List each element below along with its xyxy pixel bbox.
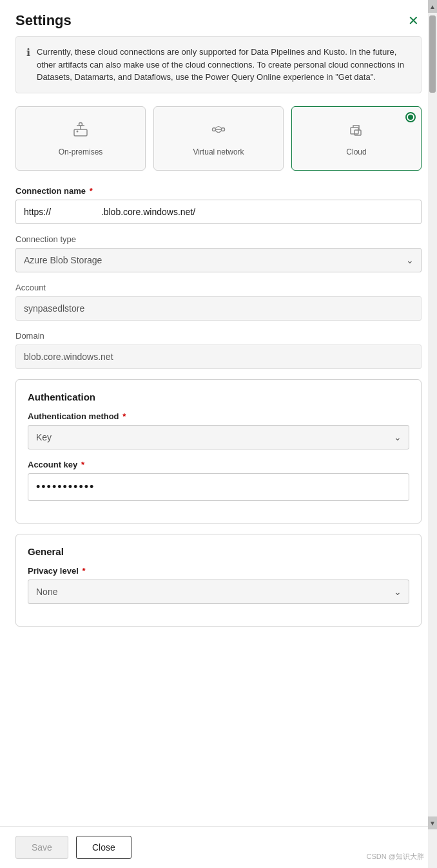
cloud-radio-selected — [405, 112, 416, 122]
virtual-network-icon — [209, 120, 228, 142]
scrollbar-thumb[interactable] — [429, 15, 436, 93]
dialog-body: ℹ Currently, these cloud connections are… — [0, 36, 437, 826]
watermark: CSDN @知识大胖 — [367, 852, 424, 862]
svg-point-4 — [222, 127, 225, 131]
svg-rect-0 — [74, 129, 87, 136]
connection-name-group: Connection name * — [15, 186, 422, 224]
tile-virtual-network[interactable]: Virtual network — [153, 106, 284, 171]
privacy-level-wrapper: None ⌄ — [28, 580, 409, 604]
svg-point-2 — [77, 130, 79, 132]
connection-type-wrapper: Azure Blob Storage ⌄ — [15, 248, 422, 272]
auth-method-label: Authentication method * — [28, 411, 409, 421]
connection-name-input[interactable] — [15, 200, 422, 224]
account-key-input[interactable] — [28, 473, 409, 501]
tile-cloud[interactable]: Cloud — [291, 106, 422, 171]
info-icon: ℹ — [26, 46, 30, 84]
connection-type-label: Connection type — [15, 234, 422, 244]
close-button[interactable]: Close — [76, 836, 131, 859]
domain-group: Domain blob.core.windows.net — [15, 331, 422, 369]
tile-on-premises-label: On-premises — [59, 147, 103, 156]
info-text: Currently, these cloud connections are o… — [37, 46, 411, 84]
svg-rect-6 — [354, 130, 361, 135]
close-icon-button[interactable]: ✕ — [405, 12, 422, 30]
tile-virtual-network-label: Virtual network — [193, 147, 244, 156]
scrollbar-down-button[interactable]: ▼ — [428, 816, 437, 829]
domain-value: blob.core.windows.net — [15, 344, 422, 369]
svg-point-3 — [213, 127, 216, 131]
scrollbar[interactable]: ▲ ▼ — [428, 0, 437, 868]
connection-type-group: Connection type Azure Blob Storage ⌄ — [15, 234, 422, 272]
dialog-footer: Save Close — [0, 826, 437, 868]
on-premises-icon — [72, 120, 90, 142]
general-section-title: General — [28, 546, 409, 557]
settings-dialog: Settings ✕ ℹ Currently, these cloud conn… — [0, 0, 437, 868]
tile-on-premises[interactable]: On-premises — [15, 106, 146, 171]
account-label: Account — [15, 283, 422, 292]
cloud-icon — [347, 120, 365, 142]
info-banner: ℹ Currently, these cloud connections are… — [15, 36, 422, 93]
connection-name-label: Connection name * — [15, 186, 422, 196]
auth-method-select[interactable]: Key — [28, 425, 409, 449]
privacy-level-group: Privacy level * None ⌄ — [28, 566, 409, 604]
dialog-title: Settings — [15, 12, 72, 29]
dialog-header: Settings ✕ — [0, 0, 437, 36]
svg-point-1 — [79, 122, 83, 126]
domain-label: Domain — [15, 331, 422, 341]
privacy-level-select[interactable]: None — [28, 580, 409, 604]
scrollbar-up-button[interactable]: ▲ — [428, 0, 437, 13]
account-value: synpasedlstore — [15, 296, 422, 321]
tile-cloud-label: Cloud — [346, 147, 366, 156]
authentication-section: Authentication Authentication method * K… — [15, 379, 422, 524]
save-button[interactable]: Save — [15, 836, 68, 859]
account-group: Account synpasedlstore — [15, 283, 422, 321]
general-section: General Privacy level * None ⌄ — [15, 534, 422, 627]
account-key-group: Account key * — [28, 460, 409, 501]
auth-method-group: Authentication method * Key ⌄ — [28, 411, 409, 449]
authentication-section-title: Authentication — [28, 392, 409, 402]
connection-type-select[interactable]: Azure Blob Storage — [15, 248, 422, 272]
privacy-level-label: Privacy level * — [28, 566, 409, 576]
account-key-label: Account key * — [28, 460, 409, 469]
auth-method-wrapper: Key ⌄ — [28, 425, 409, 449]
connection-type-tiles: On-premises Virtual network — [15, 106, 422, 171]
